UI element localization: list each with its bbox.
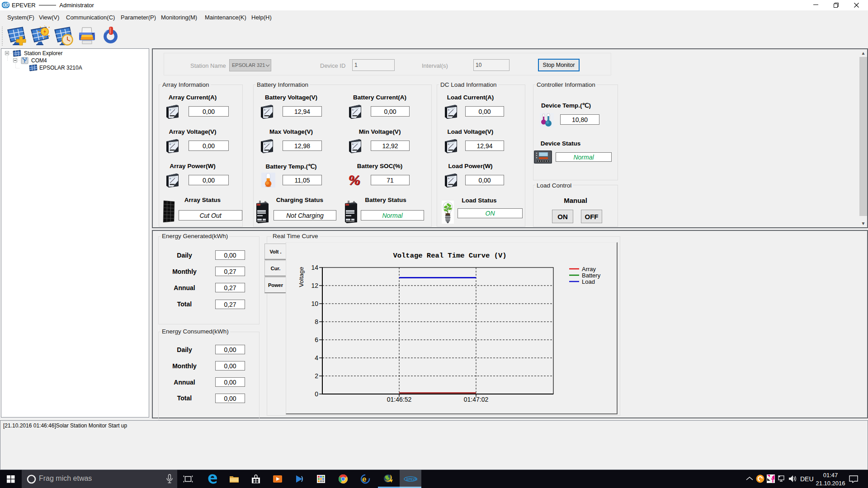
svg-text:8: 8 bbox=[315, 318, 318, 325]
svg-text:10: 10 bbox=[311, 300, 318, 307]
svg-text:Array: Array bbox=[582, 266, 596, 272]
svg-text:01:46:52: 01:46:52 bbox=[387, 396, 412, 403]
svg-text:4: 4 bbox=[315, 354, 318, 361]
svg-text:0: 0 bbox=[315, 390, 318, 398]
svg-text:01:47:02: 01:47:02 bbox=[464, 396, 489, 403]
svg-text:Voltage: Voltage bbox=[298, 267, 305, 287]
svg-text:EPEVER: EPEVER bbox=[406, 478, 417, 481]
svg-text:Battery: Battery bbox=[582, 272, 601, 279]
svg-text:6: 6 bbox=[315, 336, 318, 343]
svg-text:Load: Load bbox=[582, 278, 595, 285]
svg-text:14: 14 bbox=[311, 264, 318, 271]
svg-text:e: e bbox=[362, 475, 366, 483]
svg-text:12: 12 bbox=[311, 282, 318, 289]
svg-text:Voltage Real Time Curve (V): Voltage Real Time Curve (V) bbox=[393, 252, 506, 260]
svg-text:2: 2 bbox=[315, 372, 318, 380]
